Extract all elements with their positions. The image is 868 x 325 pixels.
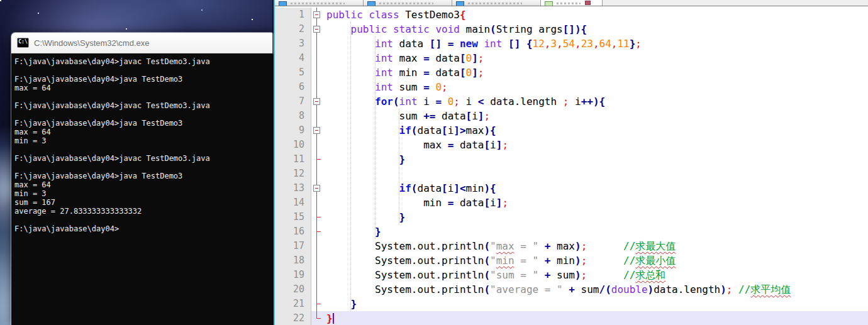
code-token: ( — [484, 240, 490, 252]
cmd-terminal[interactable]: F:\java\javabase\day04>javac TestDemo3.j… — [11, 53, 275, 325]
code-token: [ — [484, 139, 490, 151]
code-token: ++){ — [581, 96, 606, 107]
fold-margin — [311, 8, 323, 22]
code-text[interactable]: } — [323, 311, 868, 325]
file-icon — [545, 1, 553, 6]
editor-tab-4[interactable] — [541, 0, 603, 6]
code-token: // — [738, 284, 750, 295]
fold-collapse-icon[interactable] — [313, 98, 320, 105]
code-text[interactable]: if(data[i]>max){ — [323, 123, 868, 138]
line-number: 12 — [275, 167, 311, 181]
cmd-window: C:\ C:\Windows\System32\cmd.exe F:\java\… — [11, 33, 275, 325]
code-text[interactable]: public static void main(String args[]){ — [323, 22, 868, 36]
code-token — [563, 284, 569, 295]
code-token: public static void — [351, 23, 466, 35]
code-token: sum — [575, 284, 599, 295]
code-line: 15 } — [275, 210, 868, 224]
code-token: int — [375, 52, 399, 64]
code-text[interactable]: } — [323, 297, 868, 311]
code-text[interactable]: for(int i = 0; i < data.length ; i++){ — [323, 94, 868, 109]
line-number: 17 — [275, 239, 311, 253]
cmd-titlebar[interactable]: C:\ C:\Windows\System32\cmd.exe — [11, 33, 275, 53]
editor-tab-1[interactable] — [275, 0, 364, 6]
fold-margin — [311, 36, 323, 51]
code-token: 求最小值 — [635, 255, 676, 267]
code-token: 23 — [581, 38, 593, 50]
cmd-window-title: C:\Windows\System32\cmd.exe — [34, 38, 150, 48]
code-token: i — [423, 96, 435, 107]
fold-collapse-icon[interactable] — [313, 11, 320, 18]
code-token: data — [418, 124, 442, 136]
code-token: [ — [460, 67, 466, 79]
code-text[interactable]: System.out.println("max = " + max); //求最… — [323, 239, 868, 253]
code-token: data — [435, 67, 460, 79]
code-text[interactable]: public class TestDemo3{ — [323, 8, 868, 22]
fold-margin — [311, 152, 323, 167]
code-token: = " — [515, 240, 539, 252]
code-text[interactable]: } — [323, 210, 868, 224]
editor-tab-2[interactable] — [364, 0, 452, 6]
code-token — [326, 211, 399, 223]
code-line: 1public class TestDemo3{ — [275, 8, 868, 22]
code-text[interactable]: System.out.println("average = " + sum/(d… — [323, 282, 868, 297]
code-text[interactable]: sum += data[i]; — [323, 109, 868, 123]
fold-collapse-icon[interactable] — [313, 127, 320, 134]
code-token: // — [623, 269, 635, 281]
code-token: ){ — [484, 124, 496, 136]
code-token: " — [490, 255, 496, 267]
code-token: min — [496, 255, 515, 267]
code-token: 0 — [435, 81, 442, 93]
code-text[interactable]: System.out.println("min = " + min); //求最… — [323, 253, 868, 268]
code-text[interactable]: int data [] = new int [] {12,3,54,23,64,… — [323, 36, 868, 51]
code-token: += — [423, 110, 442, 122]
code-token: = — [448, 139, 460, 151]
code-text[interactable] — [323, 167, 868, 181]
code-token: min — [399, 67, 424, 79]
editor-tabstrip — [275, 0, 868, 6]
tab-close-icon[interactable] — [585, 1, 591, 5]
code-text[interactable]: int max = data[0]; — [323, 51, 868, 65]
terminal-line: F:\java\javabase\day04>javac TestDemo3.j… — [14, 101, 275, 110]
code-token: { — [460, 9, 466, 21]
fold-collapse-icon[interactable] — [313, 26, 320, 33]
code-token: ; — [502, 139, 508, 151]
fold-collapse-icon[interactable] — [313, 185, 320, 192]
terminal-line: min = 3 — [14, 136, 275, 145]
code-token: ( — [411, 124, 418, 136]
code-text[interactable]: int min = data[0]; — [323, 65, 868, 80]
line-number: 8 — [275, 109, 311, 123]
fold-margin — [311, 311, 323, 325]
terminal-line: F:\java\javabase\day04>javac TestDemo3.j… — [14, 154, 275, 163]
code-token: 求最大值 — [635, 240, 676, 252]
code-line: 2 public static void main(String args[])… — [275, 22, 868, 36]
code-token: ] — [496, 197, 503, 209]
code-text[interactable]: int sum = 0; — [323, 80, 868, 94]
editor-tab-3[interactable] — [452, 0, 541, 6]
code-line: 14 min = data[i]; — [275, 196, 868, 210]
code-token: ) — [720, 284, 726, 295]
code-token: double — [611, 284, 648, 295]
code-text[interactable]: } — [323, 152, 868, 167]
code-text[interactable]: min = data[i]; — [323, 196, 868, 210]
code-token: max — [326, 139, 448, 151]
code-token: , — [575, 38, 581, 50]
code-token — [326, 182, 399, 194]
code-token: i — [490, 197, 496, 209]
code-token: [] { — [508, 38, 533, 50]
line-number: 3 — [275, 36, 311, 51]
code-line: 13 if(data[i]<min){ — [275, 181, 868, 196]
code-text[interactable]: System.out.println("sum = " + sum); //求总… — [323, 268, 868, 282]
code-token: 64 — [599, 38, 611, 50]
code-token: sum — [550, 269, 575, 281]
fold-margin — [311, 297, 323, 311]
editor-pane[interactable]: 1public class TestDemo3{2 public static … — [275, 6, 868, 325]
code-token: [ — [442, 182, 448, 194]
code-token: = " — [515, 255, 539, 267]
code-line: 16 } — [275, 224, 868, 239]
code-text[interactable]: } — [323, 224, 868, 239]
code-text[interactable]: if(data[i]<min){ — [323, 181, 868, 196]
file-icon — [367, 1, 376, 6]
code-text[interactable]: max = data[i]; — [323, 138, 868, 152]
line-number: 4 — [275, 51, 311, 65]
tab-label-fragment — [291, 3, 345, 4]
